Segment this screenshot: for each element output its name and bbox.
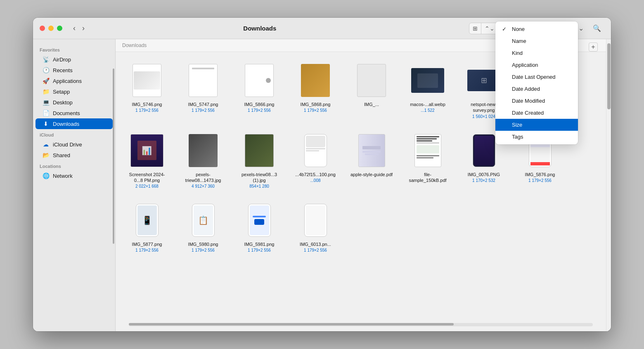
airdrop-icon: 📡 — [42, 56, 50, 63]
file-item[interactable]: apple-style-guide.pdf — [347, 129, 396, 192]
favorites-label: Favorites — [33, 44, 115, 54]
file-name: IMG_5868.png — [301, 101, 331, 107]
search-button[interactable]: 🔍 — [590, 22, 604, 34]
file-item[interactable]: IMG_5868.png 1 179×2 556 — [291, 59, 340, 122]
dropdown-item-label: Kind — [512, 50, 523, 56]
sidebar-item-label: Shared — [53, 152, 70, 158]
sidebar-item-label: Desktop — [53, 99, 73, 106]
file-thumbnail — [297, 202, 334, 239]
file-name: IMG_5876.png — [525, 172, 555, 177]
file-item[interactable]: IMG_5866.png 1 179×2 556 — [234, 59, 284, 122]
dropdown-item-application[interactable]: Application — [495, 59, 578, 71]
file-item[interactable]: 📱 IMG_5877.png 1 179×2 556 — [122, 198, 172, 256]
horizontal-scrollbar-thumb[interactable] — [129, 323, 454, 325]
sidebar-item-shared[interactable]: 📂 Shared — [36, 150, 113, 160]
sidebar-item-label: Downloads — [53, 121, 79, 127]
sidebar-item-airdrop[interactable]: 📡 AirDrop — [36, 54, 113, 65]
sidebar-item-recents[interactable]: 🕐 Recents — [36, 65, 113, 75]
file-item[interactable]: pexels-triew08...3 (1).jpg 854×1 280 — [234, 129, 284, 192]
icloud-drive-icon: ☁ — [42, 141, 50, 148]
horizontal-scrollbar-container — [116, 321, 606, 331]
breadcrumb-button[interactable]: Downloads — [122, 42, 147, 48]
file-item[interactable]: 📊 Screenshot 2024-0...8 PM.png 2 022×1 6… — [122, 129, 172, 192]
dropdown-item-name[interactable]: Name — [495, 35, 578, 47]
file-meta: 1 179×2 556 — [528, 178, 552, 183]
file-item[interactable]: IMG_5981.png 1 179×2 556 — [234, 198, 284, 256]
sidebar-item-downloads[interactable]: ⬇ Downloads — [36, 118, 113, 129]
file-item[interactable]: IMG_6013.pn... 1 179×2 556 — [291, 198, 340, 256]
dropdown-item-date-added[interactable]: Date Added — [495, 83, 578, 95]
dropdown-item-tags[interactable]: Tags — [495, 131, 578, 143]
file-thumbnail — [241, 62, 278, 99]
file-thumbnail — [128, 62, 166, 99]
file-meta: 1 179×2 556 — [192, 248, 215, 252]
dropdown-item-kind[interactable]: Kind — [495, 47, 578, 59]
file-name: IMG_... — [364, 101, 379, 107]
dropdown-item-date-created[interactable]: Date Created — [495, 107, 578, 119]
file-name: IMG_5980.png — [188, 241, 218, 247]
file-thumbnail — [185, 62, 222, 99]
sidebar-scrollbar[interactable] — [113, 68, 114, 244]
downloads-icon: ⬇ — [42, 120, 50, 127]
sidebar-item-setapp[interactable]: 📁 Setapp — [36, 86, 113, 97]
checkmark-placeholder — [502, 50, 509, 56]
sidebar-item-icloud-drive[interactable]: ☁ iCloud Drive — [36, 139, 113, 150]
checkmark-icon: ✓ — [502, 26, 509, 32]
vertical-scrollbar-thumb[interactable] — [607, 43, 611, 109]
sidebar-item-applications[interactable]: 🚀 Applications — [36, 75, 113, 86]
documents-icon: 📄 — [42, 110, 50, 116]
file-thumbnail: 📊 — [128, 132, 166, 169]
file-thumbnail: 📋 — [185, 202, 222, 239]
file-thumbnail — [185, 132, 222, 169]
file-meta: 4 912×7 360 — [192, 184, 215, 189]
sidebar-item-label: Recents — [53, 67, 73, 73]
horizontal-scrollbar[interactable] — [129, 323, 593, 326]
dropdown-item-label: Date Modified — [512, 98, 545, 104]
file-name: IMG_0076.PNG — [468, 172, 500, 177]
setapp-icon: 📁 — [42, 88, 50, 95]
file-item[interactable]: IMG_5747.png 1 179×2 556 — [178, 59, 228, 122]
dropdown-item-none[interactable]: ✓ None — [495, 23, 578, 35]
file-item[interactable]: IMG_5746.png 1 179×2 556 — [122, 59, 172, 122]
sidebar-item-label: Documents — [53, 110, 80, 116]
sidebar-item-desktop[interactable]: 💻 Desktop — [36, 97, 113, 108]
file-thumbnail: 📱 — [128, 202, 166, 239]
file-item[interactable]: macos-...all.webp ...1 522 — [403, 59, 452, 122]
close-button[interactable] — [40, 26, 45, 31]
file-item[interactable]: pexels-triew08...1473.jpg 4 912×7 360 — [178, 129, 228, 192]
file-meta: 1 179×2 556 — [135, 248, 159, 252]
file-name: macos-...all.webp — [410, 101, 445, 107]
file-name: IMG_5877.png — [132, 241, 162, 247]
dropdown-item-label: Size — [512, 122, 522, 128]
dropdown-item-label: Application — [512, 62, 538, 68]
view-grid-button[interactable]: ⊞ — [469, 23, 481, 34]
file-name: IMG_6013.pn... — [300, 241, 331, 247]
file-name: IMG_5746.png — [132, 101, 162, 107]
dropdown-item-label: Date Added — [512, 86, 540, 92]
add-section-button[interactable]: + — [589, 42, 598, 52]
network-icon: 🌐 — [42, 172, 50, 179]
sidebar-item-network[interactable]: 🌐 Network — [36, 170, 113, 181]
file-item[interactable]: file-sample_150kB.pdf — [403, 129, 452, 192]
file-meta: 1 179×2 556 — [135, 108, 159, 113]
checkmark-placeholder — [502, 122, 509, 128]
dropdown-item-date-modified[interactable]: Date Modified — [495, 95, 578, 107]
file-thumbnail — [297, 62, 334, 99]
file-item[interactable]: IMG_... — [347, 59, 396, 122]
sidebar-item-documents[interactable]: 📄 Documents — [36, 108, 113, 118]
shared-icon: 📂 — [42, 152, 50, 158]
file-item[interactable]: 📋 IMG_5980.png 1 179×2 556 — [178, 198, 228, 256]
file-name: IMG_5981.png — [244, 241, 275, 247]
sidebar-item-label: Setapp — [53, 89, 70, 95]
file-item[interactable]: ...4b72f15...100.png ...008 — [291, 129, 340, 192]
file-meta: 1 560×1 024 — [472, 114, 495, 119]
dropdown-item-date-last-opened[interactable]: Date Last Opened — [495, 71, 578, 83]
dropdown-item-size[interactable]: Size — [495, 119, 578, 131]
file-meta: 1 170×2 532 — [472, 178, 495, 183]
checkmark-placeholder — [502, 98, 509, 104]
file-thumbnail — [353, 132, 390, 169]
file-name: IMG_5747.png — [188, 101, 218, 107]
dropdown-item-label: Tags — [512, 134, 523, 140]
checkmark-placeholder — [502, 38, 509, 44]
file-meta: 854×1 280 — [249, 184, 269, 189]
